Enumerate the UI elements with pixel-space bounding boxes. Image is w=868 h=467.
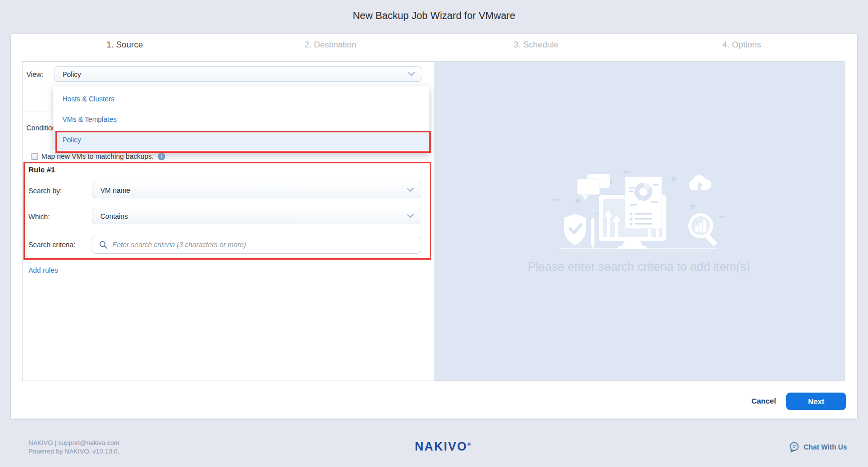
- rule-title: Rule #1: [28, 165, 55, 174]
- search-by-select[interactable]: VM name: [92, 182, 421, 198]
- footer-powered-line: Powered by NAKIVO. v10.10.0.: [28, 447, 119, 456]
- step-options[interactable]: 4. Options: [639, 40, 845, 50]
- nakivo-logo-text: NAKIVO: [415, 440, 467, 453]
- add-rules-link[interactable]: Add rules: [28, 266, 58, 274]
- search-criteria-label: Search criteria:: [28, 241, 75, 249]
- search-criteria-input[interactable]: [112, 241, 415, 249]
- footer-support-line: NAKIVO | support@nakivo.com: [28, 439, 119, 447]
- footer-info: NAKIVO | support@nakivo.com Powered by N…: [28, 439, 119, 456]
- view-dropdown-menu: Hosts & Clusters VMs & Templates Policy: [53, 86, 429, 153]
- which-label: Which:: [28, 213, 50, 221]
- cancel-button[interactable]: Cancel: [739, 397, 789, 405]
- map-vms-label: Map new VMs to matching backups.: [41, 152, 154, 160]
- chat-with-us-label: Chat With Us: [804, 443, 847, 451]
- nakivo-logo: NAKIVO®: [400, 440, 485, 454]
- wizard-steps: 1. Source 2. Destination 3. Schedule 4. …: [22, 40, 845, 50]
- step-destination[interactable]: 2. Destination: [228, 40, 433, 50]
- chevron-down-icon: [407, 188, 414, 192]
- search-criteria-box: [92, 236, 421, 254]
- map-vms-row: Map new VMs to matching backups. i: [31, 152, 165, 160]
- view-select[interactable]: Policy: [54, 66, 422, 82]
- chevron-down-icon: [407, 214, 414, 218]
- nakivo-logo-registered-mark: ®: [467, 442, 471, 447]
- map-vms-checkbox[interactable]: [31, 153, 38, 160]
- empty-state-illustration: [549, 170, 729, 255]
- view-option-policy[interactable]: Policy: [53, 130, 429, 150]
- step-source[interactable]: 1. Source: [22, 40, 228, 50]
- view-option-vms-templates[interactable]: VMs & Templates: [53, 109, 429, 130]
- page-title: New Backup Job Wizard for VMware: [0, 10, 868, 21]
- chat-bubble-icon: [789, 442, 800, 453]
- which-select[interactable]: Contains: [92, 208, 421, 224]
- step-schedule[interactable]: 3. Schedule: [433, 40, 639, 50]
- chevron-down-icon: [408, 72, 415, 76]
- chat-with-us-button[interactable]: Chat With Us: [789, 442, 847, 453]
- next-button[interactable]: Next: [786, 393, 846, 410]
- search-icon: [99, 241, 107, 249]
- view-option-hosts-clusters[interactable]: Hosts & Clusters: [53, 89, 429, 109]
- info-icon[interactable]: i: [158, 153, 165, 160]
- search-by-label: Search by:: [28, 187, 62, 195]
- empty-state-message: Please enter search criteria to add item…: [434, 260, 844, 274]
- which-value: Contains: [100, 212, 407, 220]
- view-label: View:: [26, 70, 43, 78]
- search-by-value: VM name: [100, 186, 407, 194]
- view-select-value: Policy: [62, 70, 408, 78]
